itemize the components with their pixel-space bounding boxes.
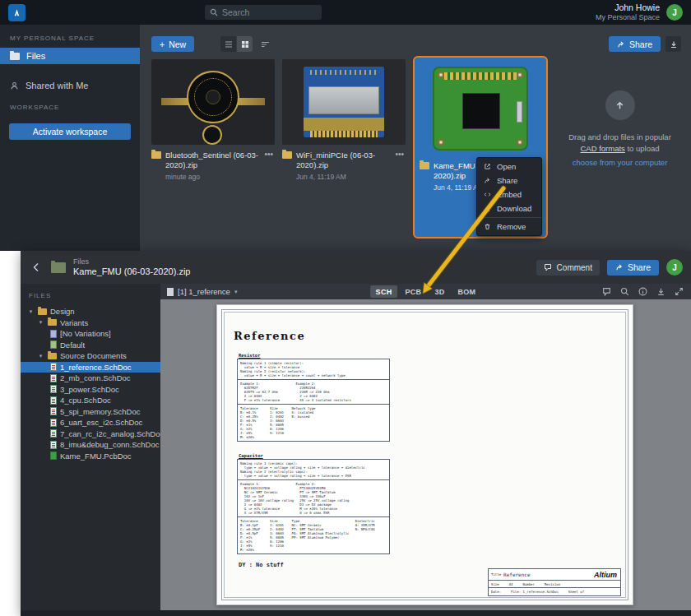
- info-button[interactable]: [638, 286, 648, 297]
- app-main: + New Share: [140, 25, 691, 251]
- grid-view-button[interactable]: [237, 36, 253, 52]
- breadcrumb[interactable]: Files: [73, 257, 190, 266]
- tab-sch[interactable]: SCH: [370, 285, 398, 298]
- file-card-wifi[interactable]: WiFi_miniPCIe (06-03-2020).zip ••• Jun 4…: [282, 59, 406, 181]
- file-thumbnail-wifi: [282, 59, 406, 145]
- tab-bom[interactable]: BOM: [452, 285, 482, 298]
- sidebar-item-shared-with-me[interactable]: Shared with Me: [0, 77, 140, 94]
- more-button[interactable]: •••: [393, 151, 406, 159]
- open-icon: [484, 163, 491, 170]
- caret-down-icon[interactable]: ▾: [37, 353, 44, 359]
- more-button[interactable]: •••: [262, 151, 275, 159]
- file-thumbnail-kame: [420, 62, 541, 155]
- schdoc-icon: [50, 374, 57, 382]
- sort-button[interactable]: [257, 36, 273, 52]
- activate-workspace-button[interactable]: Activate workspace: [9, 123, 131, 140]
- capacitor-rules: Naming rule 1 (ceramic caps): type + val…: [237, 459, 390, 480]
- download-button[interactable]: [665, 36, 681, 52]
- embed-icon: [484, 191, 491, 198]
- search-input[interactable]: [222, 7, 317, 17]
- context-menu-item-open[interactable]: Open: [477, 160, 541, 174]
- sort-icon: [261, 40, 270, 49]
- schdoc-icon: [50, 429, 57, 438]
- files-app-window: John Howie My Personal Space J MY PERSON…: [0, 0, 691, 251]
- list-view-button[interactable]: [220, 36, 236, 52]
- resistor-table: Tolerance Size Network type B: ±0.1% 1: …: [237, 404, 390, 442]
- cad-formats-link[interactable]: CAD formats: [580, 144, 624, 153]
- schematic-note: DY : No stuff: [239, 562, 284, 568]
- avatar[interactable]: J: [666, 4, 683, 21]
- context-menu-item-share[interactable]: Share: [477, 174, 541, 188]
- files-label: Files: [26, 51, 45, 61]
- caret-down-icon[interactable]: ▾: [37, 319, 44, 326]
- tree-item-8-imu-debug-conn[interactable]: 8_imu&debug_conn.SchDoc: [21, 439, 160, 451]
- viewer-toolbar: [1] 1_reference ▾ SCH PCB 3D BOM: [160, 284, 691, 299]
- tree-item-design[interactable]: ▾ Design: [21, 306, 160, 317]
- choose-from-computer-link[interactable]: choose from your computer: [573, 158, 668, 167]
- altium-logo[interactable]: [8, 4, 26, 21]
- comment-tool-button[interactable]: [601, 286, 612, 297]
- tree-item-kame-fmu-pcbdoc[interactable]: Kame_FMU.PcbDoc: [21, 451, 160, 462]
- tab-pcb[interactable]: PCB: [399, 285, 427, 298]
- file-name: Bluetooth_Sentinel (06-03-2020).zip: [165, 151, 258, 170]
- list-icon: [225, 40, 233, 49]
- share-icon: [484, 177, 491, 184]
- upload-dropzone[interactable]: Drag and drop files in popular CAD forma…: [559, 56, 681, 167]
- view-tabs: SCH PCB 3D BOM: [370, 285, 482, 298]
- download-document-button[interactable]: [656, 286, 666, 297]
- comment-button[interactable]: Comment: [536, 260, 600, 276]
- tree-item-source-documents[interactable]: ▾ Source Documents: [21, 350, 160, 362]
- tree-item-2-mb-conn[interactable]: 2_mb_conn.SchDoc: [21, 373, 160, 384]
- tree-item-default[interactable]: Default: [21, 340, 160, 351]
- share-button-viewer[interactable]: Share: [607, 260, 659, 276]
- resistor-examples: Example 1: Example 2: 62D7R2F 220R2264 6…: [237, 379, 390, 405]
- upload-arrow-icon: [614, 100, 626, 112]
- tree-item-variants[interactable]: ▾ Variants: [21, 317, 160, 329]
- capacitor-table: Tolerance Size Type Dielectric B: ±0.1pF…: [237, 516, 390, 554]
- file-time: minute ago: [165, 173, 275, 181]
- tree-item-1-reference[interactable]: 1_reference.SchDoc: [21, 362, 160, 373]
- context-menu-item-download[interactable]: Download: [477, 201, 541, 215]
- expand-icon: [675, 287, 684, 296]
- folder-icon: [10, 53, 20, 60]
- context-menu-item-remove[interactable]: Remove: [477, 220, 541, 234]
- fullscreen-button[interactable]: [674, 286, 684, 297]
- chevron-left-icon: [32, 262, 40, 272]
- tab-3d[interactable]: 3D: [429, 285, 450, 298]
- context-menu-item-embed[interactable]: Embed: [477, 188, 541, 201]
- document-icon: [167, 288, 174, 296]
- dropzone-text: Drag and drop files in popular CAD forma…: [559, 132, 681, 155]
- share-button[interactable]: Share: [609, 36, 661, 52]
- tree-item-no-variations[interactable]: [No Variations]: [21, 328, 160, 340]
- altium-brand-logo: Altium: [594, 571, 620, 579]
- avatar[interactable]: J: [666, 259, 683, 276]
- shared-person-icon: [10, 81, 19, 90]
- tree-item-6-uart-esc-i2c[interactable]: 6_uart_esc_i2c.SchDoc: [21, 417, 160, 428]
- share-icon: [617, 40, 625, 49]
- search-tool-button[interactable]: [619, 286, 630, 297]
- document-selector[interactable]: [1] 1_reference ▾: [167, 287, 237, 296]
- tree-item-7-can-rc-i2c-analog[interactable]: 7_can_rc_i2c_analog.SchDoc: [21, 428, 160, 440]
- user-block[interactable]: John Howie My Personal Space: [596, 2, 660, 21]
- download-icon: [484, 205, 491, 212]
- main-toolbar: + New Share: [140, 25, 691, 53]
- download-icon: [656, 287, 665, 296]
- page-title: Kame_FMU (06-03-2020).zip: [73, 266, 190, 278]
- tree-item-3-power[interactable]: 3_power.SchDoc: [21, 384, 160, 396]
- file-name: WiFi_miniPCIe (06-03-2020).zip: [296, 151, 389, 170]
- viewer-footer-bar: [21, 610, 691, 616]
- pcbdoc-icon: [50, 452, 57, 460]
- tree-item-4-cpu[interactable]: 4_cpu.SchDoc: [21, 395, 160, 406]
- sidebar-item-files[interactable]: Files: [0, 48, 140, 64]
- folder-icon: [48, 319, 57, 326]
- resistor-label: Resistor: [239, 353, 390, 358]
- caret-down-icon[interactable]: ▾: [27, 308, 35, 315]
- document-canvas[interactable]: Reference Resistor Naming rule 1 (simple…: [160, 299, 691, 610]
- back-button[interactable]: [29, 260, 44, 275]
- search-box[interactable]: [205, 5, 322, 20]
- new-button[interactable]: + New: [151, 36, 194, 52]
- workspace-label: WORKSPACE: [0, 94, 140, 117]
- tree-item-5-spi-memory[interactable]: 5_spi_memory.SchDoc: [21, 406, 160, 418]
- file-card-bluetooth[interactable]: Bluetooth_Sentinel (06-03-2020).zip ••• …: [151, 59, 275, 181]
- app-header: John Howie My Personal Space J: [0, 0, 691, 25]
